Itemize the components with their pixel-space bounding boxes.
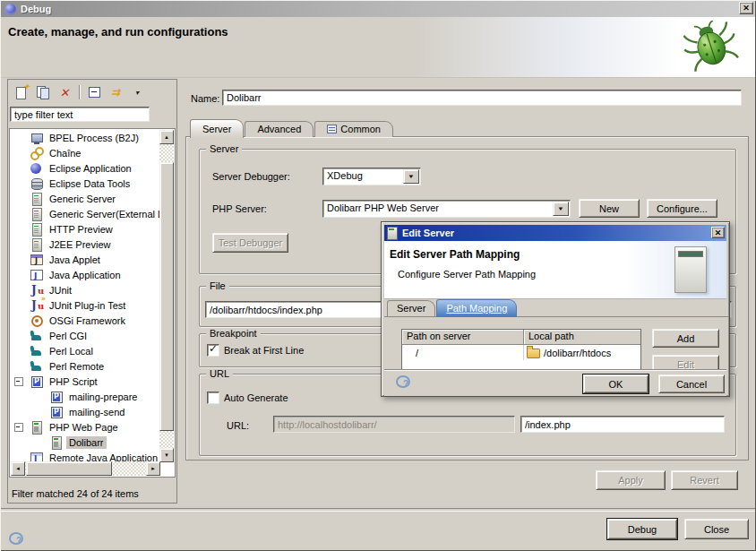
local-path-cell: /dolibarr/htdocs bbox=[524, 345, 640, 360]
php-icon bbox=[49, 390, 64, 404]
column-header-path-on-server[interactable]: Path on server bbox=[402, 330, 524, 345]
tree-item-eclipse-application[interactable]: Eclipse Application bbox=[10, 160, 160, 176]
tree-item-mailing-send[interactable]: mailing-send bbox=[10, 404, 160, 419]
scroll-down-button[interactable]: ▼ bbox=[159, 448, 174, 462]
tree-item-perl-local[interactable]: Perl Local bbox=[10, 343, 160, 358]
auto-generate-checkbox[interactable]: ✓ bbox=[207, 392, 219, 404]
tree-item-dolibarr[interactable]: Dolibarr bbox=[10, 435, 160, 450]
window-close-button[interactable]: ✕ bbox=[739, 2, 753, 14]
tab-common[interactable]: Common bbox=[314, 121, 393, 137]
php-server-dropdown[interactable]: ▼ bbox=[553, 202, 569, 216]
tree-horizontal-scrollbar[interactable]: ◄ ► bbox=[11, 461, 160, 476]
tree-item-generic-server-external-la[interactable]: Generic Server(External La bbox=[10, 206, 160, 221]
tree-item-junit-plug-in-test[interactable]: JUnit Plug-in Test bbox=[10, 297, 160, 313]
tree-item-j2ee-preview[interactable]: J2EE Preview bbox=[10, 237, 160, 252]
tree-item-cha-ne[interactable]: Chaîne bbox=[10, 145, 160, 160]
edit-server-help-button[interactable]: ? bbox=[396, 375, 410, 388]
tree-item-remote-java-application[interactable]: Remote Java Application bbox=[10, 450, 160, 462]
duplicate-configuration-button[interactable] bbox=[33, 83, 53, 101]
server-debugger-dropdown[interactable]: ▼ bbox=[403, 169, 419, 184]
scroll-left-button[interactable]: ◄ bbox=[11, 461, 25, 476]
table-row[interactable]: / /dolibarr/htdocs bbox=[402, 345, 640, 360]
debug-button[interactable]: Debug bbox=[607, 519, 677, 539]
help-button[interactable]: ? bbox=[9, 532, 23, 545]
main-tab-bar: Server Advanced Common bbox=[190, 118, 394, 137]
filter-menu-button[interactable]: ▾ bbox=[127, 83, 147, 101]
folder-icon bbox=[527, 349, 540, 358]
tree-item-java-application[interactable]: Java Application bbox=[10, 267, 160, 282]
server-icon bbox=[30, 237, 44, 252]
edit-server-close-button[interactable]: ✕ bbox=[711, 227, 725, 238]
edit-server-title: Edit Server bbox=[402, 228, 454, 238]
path-on-server-cell: / bbox=[402, 345, 524, 360]
configurations-panel: ✕ ⇉ ▾ BPEL Process (B2J)ChaîneEclipse Ap… bbox=[7, 79, 177, 504]
scroll-up-button[interactable]: ▲ bbox=[159, 130, 174, 144]
local-path-value: /dolibarr/htdocs bbox=[544, 348, 611, 358]
php-server-label: PHP Server: bbox=[212, 203, 267, 214]
test-debugger-button[interactable]: Test Debugger bbox=[212, 233, 288, 253]
scroll-left-icon: ◄ bbox=[15, 466, 21, 471]
add-mapping-button[interactable]: Add bbox=[652, 329, 719, 348]
php-icon bbox=[49, 405, 64, 419]
tab-edit-server-server[interactable]: Server bbox=[387, 300, 435, 316]
tree-item-mailing-prepare[interactable]: mailing-prepare bbox=[10, 389, 160, 404]
tab-advanced[interactable]: Advanced bbox=[245, 121, 314, 137]
edit-server-titlebar[interactable]: Edit Server bbox=[384, 225, 726, 241]
tree-item-php-web-page[interactable]: PHP Web Page bbox=[10, 419, 160, 435]
tab-server[interactable]: Server bbox=[190, 119, 244, 138]
tree-item-label: Generic Server(External La bbox=[47, 208, 160, 220]
server-debugger-label: Server Debugger: bbox=[212, 171, 290, 182]
revert-button[interactable]: Revert bbox=[671, 470, 738, 490]
column-header-local-path[interactable]: Local path bbox=[524, 330, 640, 345]
server-group-legend: Server bbox=[206, 143, 242, 154]
tree-item-label: Perl CGI bbox=[47, 330, 90, 342]
tree-item-label: JUnit Plug-in Test bbox=[47, 299, 128, 312]
url-base-input bbox=[273, 416, 515, 433]
perl-icon bbox=[30, 344, 44, 358]
collapse-toggle-icon[interactable] bbox=[14, 377, 23, 386]
new-server-button[interactable]: New bbox=[579, 199, 640, 218]
tree-item-bpel-process-b2j[interactable]: BPEL Process (B2J) bbox=[10, 130, 160, 145]
php-server-combo[interactable]: Dolibarr PHP Web Server ▼ bbox=[322, 200, 571, 218]
tree-item-eclipse-data-tools[interactable]: Eclipse Data Tools bbox=[10, 176, 160, 191]
delete-configuration-button[interactable]: ✕ bbox=[55, 83, 74, 101]
filter-input[interactable] bbox=[10, 107, 150, 122]
server-icon bbox=[30, 207, 44, 221]
tree-item-generic-server[interactable]: Generic Server bbox=[10, 191, 160, 206]
tree-vertical-scrollbar[interactable]: ▲ ▼ bbox=[159, 130, 174, 462]
tree-item-java-applet[interactable]: Java Applet bbox=[10, 252, 160, 267]
tree-item-perl-cgi[interactable]: Perl CGI bbox=[10, 328, 160, 343]
delete-icon: ✕ bbox=[60, 87, 70, 99]
collapse-all-button[interactable] bbox=[84, 83, 104, 101]
close-button[interactable]: Close bbox=[684, 519, 749, 539]
apply-button[interactable]: Apply bbox=[596, 470, 666, 490]
tree-item-osgi-framework[interactable]: OSGi Framework bbox=[10, 313, 160, 328]
tab-common-label: Common bbox=[340, 124, 381, 134]
tree-item-junit[interactable]: JUnit bbox=[10, 282, 160, 297]
ok-button[interactable]: OK bbox=[583, 375, 649, 393]
osgi-icon bbox=[30, 314, 44, 328]
scroll-right-button[interactable]: ► bbox=[146, 461, 160, 476]
php-web-icon bbox=[30, 420, 44, 435]
vertical-scroll-thumb[interactable] bbox=[159, 162, 174, 431]
tree-item-perl-remote[interactable]: Perl Remote bbox=[10, 358, 160, 374]
filter-configurations-button[interactable]: ⇉ bbox=[106, 83, 125, 101]
close-icon: ✕ bbox=[715, 228, 722, 237]
horizontal-scroll-thumb[interactable] bbox=[26, 461, 112, 476]
break-first-line-checkbox[interactable]: ✓ bbox=[207, 344, 219, 357]
cancel-button[interactable]: Cancel bbox=[658, 375, 725, 393]
edit-mapping-button[interactable]: Edit bbox=[652, 355, 719, 370]
collapse-toggle-icon[interactable] bbox=[14, 423, 23, 432]
edit-server-banner-subtitle: Configure Server Path Mapping bbox=[398, 269, 536, 280]
url-path-input[interactable] bbox=[520, 416, 725, 433]
tree-item-label: Perl Remote bbox=[47, 360, 107, 373]
tree-item-http-preview[interactable]: HTTP Preview bbox=[10, 221, 160, 237]
new-configuration-button[interactable] bbox=[12, 83, 31, 101]
server-debugger-combo[interactable]: XDebug ▼ bbox=[322, 168, 421, 185]
tree-item-php-script[interactable]: PHP Script bbox=[10, 374, 160, 389]
tab-path-mapping[interactable]: Path Mapping bbox=[436, 299, 517, 317]
configure-server-button[interactable]: Configure... bbox=[647, 199, 717, 218]
name-input[interactable] bbox=[222, 90, 742, 106]
window-titlebar[interactable]: Debug bbox=[1, 1, 755, 17]
edit-server-dialog: Edit Server ✕ Edit Server Path Mapping C… bbox=[381, 221, 730, 397]
